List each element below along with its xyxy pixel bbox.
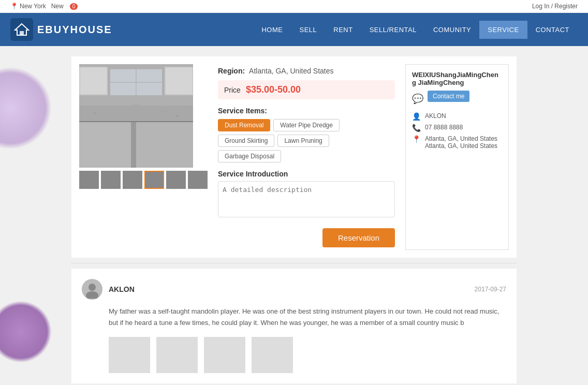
service-items-label: Service Items: [218,107,395,115]
svg-point-21 [94,113,96,114]
auth-link[interactable]: Log In / Register [532,3,578,10]
thumbnail-6[interactable] [188,171,208,189]
contact-address-line2: Atlanta, GA, United States [425,142,497,150]
thumbnail-5[interactable] [166,171,186,189]
svg-rect-13 [136,122,193,168]
top-bar: 📍 New York New 0 Log In / Register [0,0,588,13]
header: EBUYHOUSE HOME SELL RENT SELL/RENTAL COM… [0,13,588,46]
comment-image-1 [109,337,150,373]
contact-address-line1: Atlanta, GA, United States [425,135,497,142]
thumbnail-3[interactable] [123,171,142,189]
contact-company-name: WEIXIUShangJiaMingCheng JiaMingCheng [412,71,502,86]
nav-sell-rental[interactable]: SELL/RENTAL [361,21,425,39]
section-divider [71,263,517,263]
contact-chat-row: 💬 Contact me [412,91,502,107]
contact-me-button[interactable]: Contact me [428,91,469,102]
price-row: Price $35.00-50.00 [218,80,395,99]
action-row: Reservation [218,223,395,247]
contact-address-row: 📍 Atlanta, GA, United States Atlanta, GA… [412,135,502,150]
comment-text: My father was a self-taught mandolin pla… [109,306,506,329]
phone-icon: 📞 [412,124,421,132]
nav-rent[interactable]: RENT [325,21,361,39]
location-indicator: 📍 New York [10,3,46,10]
thumbnail-2[interactable] [101,171,121,189]
svg-rect-1 [20,31,24,35]
service-description-input[interactable] [218,181,395,217]
svg-point-25 [89,284,96,291]
tag-ground-skirting[interactable]: Ground Skirting [218,135,274,147]
comment-date: 2017-09-27 [475,286,506,293]
service-intro-label: Service Introduction [218,170,395,178]
top-bar-left: 📍 New York New 0 [10,3,78,10]
main-property-image [79,64,193,168]
region-label: Region: [218,67,245,75]
region-value: Atlanta, GA, United States [249,67,333,75]
tag-garbage-disposal[interactable]: Garbage Disposal [218,150,281,162]
thumbnail-row [79,171,208,189]
login-register-link[interactable]: Log In / Register [532,3,578,10]
contact-phone: 07 8888 8888 [425,124,463,131]
comment-image-4 [252,337,293,373]
main-content: Region: Atlanta, GA, United States Price… [61,46,527,385]
nav-home[interactable]: HOME [253,21,291,39]
thumbnail-1[interactable] [79,171,99,189]
logo-icon [10,18,33,41]
svg-point-23 [177,115,179,117]
reservation-button[interactable]: Reservation [322,228,395,247]
tag-water-pipe[interactable]: Water Pipe Dredge [273,119,340,131]
comment-image-3 [204,337,245,373]
svg-rect-12 [79,122,131,168]
location-icon: 📍 [412,135,421,143]
nav-service[interactable]: SERVICE [479,21,527,39]
contact-address: Atlanta, GA, United States Atlanta, GA, … [425,135,497,150]
new-label: New [51,3,64,10]
logo[interactable]: EBUYHOUSE [10,18,112,41]
comment-header: AKLON 2017-09-27 [82,279,506,300]
nav-contact[interactable]: CONTACT [527,21,578,39]
region-row: Region: Atlanta, GA, United States [218,67,395,75]
commenter-name: AKLON [109,285,135,293]
tag-lawn-pruning[interactable]: Lawn Pruning [277,135,329,147]
price-value: $35.00-50.00 [246,84,301,95]
contact-card: WEIXIUShangJiaMingCheng JiaMingCheng 💬 C… [405,64,509,250]
commenter-avatar [82,279,102,300]
comment-images [109,337,506,373]
price-label: Price [224,86,241,94]
comment-image-2 [156,337,198,373]
nav-sell[interactable]: SELL [291,21,325,39]
svg-rect-20 [79,106,193,121]
decorative-circle-left [0,67,52,150]
decorative-circle-bottom [0,301,52,363]
main-nav: HOME SELL RENT SELL/RENTAL COMUNITY SERV… [253,21,578,39]
chat-icon: 💬 [412,93,423,105]
contact-phone-row: 📞 07 8888 8888 [412,124,502,132]
svg-rect-9 [166,68,192,94]
service-tags: Dust Removal Water Pipe Dredge Ground Sk… [218,119,395,162]
tag-dust-removal[interactable]: Dust Removal [218,119,270,131]
user-icon: 👤 [412,112,421,121]
logo-text: EBUYHOUSE [37,24,112,36]
new-badge: 0 [70,3,78,10]
nav-comunity[interactable]: COMUNITY [425,21,479,39]
image-col [79,64,208,250]
comment-section: AKLON 2017-09-27 My father was a self-ta… [71,269,517,383]
location-text: New York [20,3,46,10]
thumbnail-4[interactable] [144,171,164,189]
bg-wrapper: Region: Atlanta, GA, United States Price… [0,46,588,385]
property-section: Region: Atlanta, GA, United States Price… [71,56,517,258]
detail-col: Region: Atlanta, GA, United States Price… [215,64,398,250]
svg-rect-7 [80,68,107,94]
svg-point-22 [161,111,163,112]
location-pin-icon: 📍 [10,3,18,10]
contact-user-row: 👤 AKLON [412,112,502,121]
contact-username: AKLON [425,112,446,120]
